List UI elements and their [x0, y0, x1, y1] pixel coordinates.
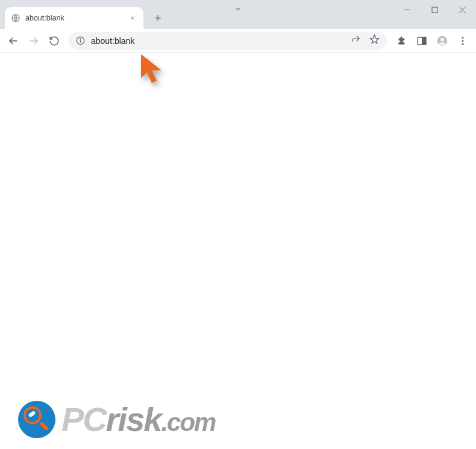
watermark-logo: PCrisk.com — [18, 401, 215, 438]
address-bar-text: about:blank — [91, 36, 345, 46]
svg-point-19 — [440, 37, 444, 41]
svg-point-21 — [462, 40, 464, 42]
browser-tab[interactable]: about:blank — [5, 7, 143, 29]
minimize-button[interactable] — [393, 0, 421, 19]
site-info-icon[interactable] — [76, 36, 85, 45]
watermark-text: PCrisk.com — [61, 403, 215, 436]
svg-point-22 — [462, 43, 464, 45]
chevron-down-icon[interactable] — [234, 5, 242, 14]
globe-icon — [11, 13, 20, 23]
menu-button[interactable] — [453, 31, 472, 51]
page-viewport — [0, 53, 476, 449]
svg-marker-14 — [370, 35, 378, 43]
browser-title-bar: about:blank — [0, 0, 476, 29]
svg-rect-17 — [422, 37, 426, 45]
close-window-button[interactable] — [448, 0, 476, 19]
side-panel-button[interactable] — [412, 31, 431, 51]
browser-toolbar: about:blank — [0, 29, 476, 53]
close-tab-button[interactable] — [128, 13, 137, 23]
bookmark-icon[interactable] — [369, 34, 380, 47]
svg-point-20 — [462, 37, 464, 39]
watermark-badge — [18, 401, 55, 438]
svg-point-13 — [80, 39, 81, 39]
back-button[interactable] — [4, 31, 23, 51]
window-controls — [393, 0, 476, 19]
maximize-button[interactable] — [421, 0, 448, 19]
svg-rect-6 — [432, 7, 437, 13]
share-icon[interactable] — [351, 34, 361, 47]
new-tab-button[interactable] — [149, 10, 166, 26]
extensions-button[interactable] — [392, 31, 411, 51]
forward-button[interactable] — [24, 31, 43, 51]
profile-button[interactable] — [433, 31, 452, 51]
reload-button[interactable] — [45, 31, 64, 51]
address-bar[interactable]: about:blank — [69, 32, 387, 50]
tab-title: about:blank — [25, 14, 128, 22]
